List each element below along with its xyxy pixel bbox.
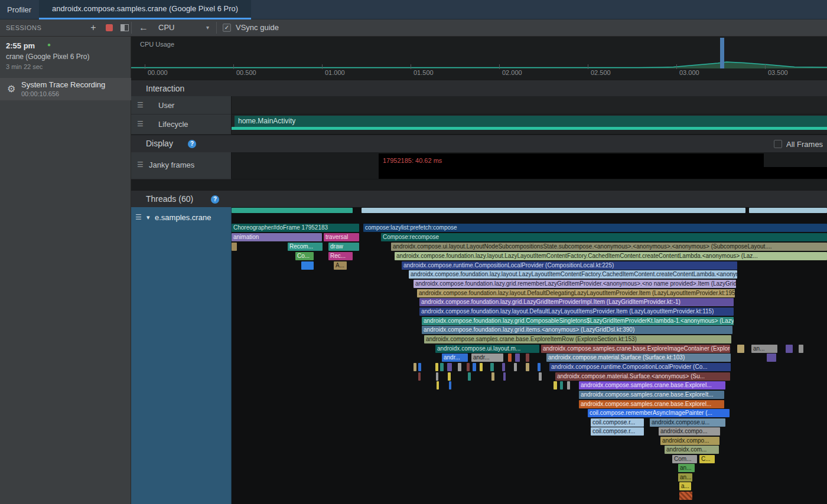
drag-handle-icon[interactable]: ☰ xyxy=(137,101,144,109)
flame-bar[interactable]: androidx.compose.material.Surface.<anony… xyxy=(555,372,730,381)
flame-bar[interactable]: an... xyxy=(751,345,777,353)
recording-entry[interactable]: ⚙ System Trace Recording 00:00:10.656 xyxy=(0,78,131,100)
flame-bar[interactable]: androidx.compose.foundation.lazy.layout.… xyxy=(417,289,735,297)
back-button[interactable]: ← xyxy=(136,19,151,36)
display-section-header[interactable]: Display ? All Frames xyxy=(131,135,827,152)
flame-bar[interactable] xyxy=(435,363,438,371)
flame-bar[interactable] xyxy=(502,363,505,371)
session-tab[interactable]: androidx.compose.samples.crane (Google P… xyxy=(39,0,251,19)
flame-bar[interactable] xyxy=(447,363,452,371)
flame-bar[interactable]: Compose:recompose xyxy=(381,233,827,241)
flame-bar[interactable] xyxy=(749,208,827,213)
vsync-checkbox[interactable]: ✓ xyxy=(223,24,231,32)
threads-section-header[interactable]: Threads (60) ? xyxy=(131,190,827,207)
flame-bar[interactable] xyxy=(539,372,542,381)
flame-bar[interactable] xyxy=(436,372,438,381)
flame-bar[interactable] xyxy=(414,363,416,371)
flame-bar[interactable] xyxy=(503,372,506,381)
flame-bar[interactable]: androidx.compose.u... xyxy=(650,418,725,427)
flame-bar[interactable]: androidx.compose.foundation.lazy.layout.… xyxy=(419,307,734,316)
flame-bar[interactable]: an... xyxy=(678,464,695,472)
flame-bar[interactable]: animation xyxy=(232,233,322,241)
flame-bar[interactable]: androidx.com... xyxy=(665,446,719,454)
drag-handle-icon[interactable]: ☰ xyxy=(137,161,144,169)
lifecycle-track[interactable]: home.MainActivity xyxy=(232,114,827,135)
flame-bar[interactable] xyxy=(458,363,461,371)
profiler-type-select[interactable]: CPU ▾ xyxy=(154,21,213,34)
flame-bar[interactable]: coil.compose.r... xyxy=(591,418,644,427)
flame-bar[interactable]: androidx.compo... xyxy=(660,437,719,445)
flame-bar[interactable] xyxy=(418,372,421,381)
flame-bar[interactable]: Com... xyxy=(672,455,697,463)
flame-bar[interactable] xyxy=(467,363,470,371)
flame-bar[interactable]: androidx.compose.foundation.lazy.layout.… xyxy=(409,270,737,279)
flame-bar[interactable]: Co... xyxy=(295,252,314,260)
flame-bar[interactable] xyxy=(560,381,563,390)
interaction-section-header[interactable]: Interaction xyxy=(131,80,827,96)
flame-bar[interactable]: androidx.compose.runtime.CompositionLoca… xyxy=(549,363,731,371)
flame-bar[interactable] xyxy=(440,363,444,371)
flame-bar[interactable] xyxy=(232,208,353,213)
flame-bar[interactable]: androidx.compose.samples.crane.base.Expl… xyxy=(579,381,725,390)
expand-icon[interactable]: ▾ xyxy=(146,214,150,221)
flame-bar[interactable]: an... xyxy=(678,473,692,482)
flame-bar[interactable]: Rec... xyxy=(328,252,353,260)
flame-bar[interactable]: andr... xyxy=(442,354,468,362)
janky-frames-track[interactable]: 17952185: 40.62 ms xyxy=(232,152,827,179)
flame-bar[interactable]: androidx.compose.foundation.lazy.layout.… xyxy=(395,252,827,260)
flame-bar[interactable]: draw xyxy=(328,243,359,251)
drag-handle-icon[interactable]: ☰ xyxy=(135,213,142,221)
flame-bar[interactable]: coil.compose.r... xyxy=(591,427,644,436)
flame-bar[interactable] xyxy=(526,354,529,362)
flame-bar[interactable]: traversal xyxy=(324,233,359,241)
flame-bar[interactable] xyxy=(553,381,557,390)
flame-bar[interactable] xyxy=(737,345,744,353)
flame-bar[interactable]: androidx.compose.foundation.lazy.grid.re… xyxy=(414,280,736,288)
flame-bar[interactable] xyxy=(473,363,476,371)
flame-bar[interactable] xyxy=(767,354,776,362)
flame-bar[interactable] xyxy=(491,372,494,381)
flame-chart[interactable]: Choreographer#doFrame 17952183compose:la… xyxy=(232,207,827,504)
flame-bar[interactable]: androidx.compose.foundation.lazy.grid.La… xyxy=(419,298,734,306)
flame-bar[interactable] xyxy=(437,381,439,390)
flame-bar[interactable] xyxy=(538,363,541,371)
collapse-sessions-button[interactable] xyxy=(121,24,129,31)
all-frames-checkbox[interactable] xyxy=(774,140,782,148)
flame-bar[interactable]: androidx.compose.runtime.CompositionLoca… xyxy=(402,261,737,270)
janky-frame-bar-2[interactable] xyxy=(379,167,827,179)
flame-bar[interactable]: Choreographer#doFrame 17952183 xyxy=(232,224,359,232)
flame-bar[interactable] xyxy=(449,381,451,390)
flame-bar[interactable] xyxy=(508,354,512,362)
flame-bar[interactable]: androidx.compose.samples.crane.base.Expl… xyxy=(579,400,724,408)
flame-bar[interactable]: androidx.compo... xyxy=(659,427,720,436)
flame-bar[interactable] xyxy=(232,243,237,251)
flame-bar[interactable]: androidx.compose.samples.crane.base.Expl… xyxy=(541,345,730,353)
flame-bar[interactable]: coil.compose.rememberAsyncImagePainter (… xyxy=(588,409,730,417)
flame-bar[interactable]: a... xyxy=(679,482,691,490)
flame-bar[interactable]: androidx.compose.samples.crane.base.Expl… xyxy=(579,391,724,399)
help-icon[interactable]: ? xyxy=(211,195,219,204)
flame-bar[interactable]: androidx.compose.foundation.lazy.grid.Co… xyxy=(422,317,734,325)
stop-recording-button[interactable] xyxy=(106,24,113,31)
cpu-usage-pane[interactable]: CPU Usage 00.00000.50001.00001.50002.000… xyxy=(131,37,827,80)
flame-bar[interactable] xyxy=(567,381,570,390)
flame-bar[interactable]: androidx.compose.material.Surface (Surfa… xyxy=(546,354,731,362)
flame-bar[interactable]: androidx.compose.ui.layout.LayoutNodeSub… xyxy=(391,243,827,251)
flame-bar[interactable] xyxy=(362,208,745,213)
lifecycle-event-bar[interactable]: home.MainActivity xyxy=(235,116,827,127)
flame-bar[interactable] xyxy=(526,363,529,371)
flame-bar[interactable] xyxy=(468,372,471,381)
add-session-button[interactable]: + xyxy=(86,19,100,36)
lifecycle-track-label[interactable]: ☰ Lifecycle xyxy=(131,114,232,135)
flame-bar[interactable] xyxy=(418,363,421,371)
flame-bar[interactable]: C... xyxy=(699,455,715,463)
janky-frames-track-label[interactable]: ☰ Janky frames xyxy=(131,152,232,179)
flame-bar[interactable] xyxy=(448,372,451,381)
flame-bar[interactable]: androidx.compose.ui.layout.m... xyxy=(435,345,539,353)
help-icon[interactable]: ? xyxy=(188,140,196,148)
user-track[interactable] xyxy=(232,96,827,114)
flame-bar[interactable]: Recom... xyxy=(288,243,323,251)
drag-handle-icon[interactable]: ☰ xyxy=(137,120,144,128)
flame-bar[interactable] xyxy=(514,363,517,371)
flame-bar[interactable] xyxy=(301,261,314,270)
